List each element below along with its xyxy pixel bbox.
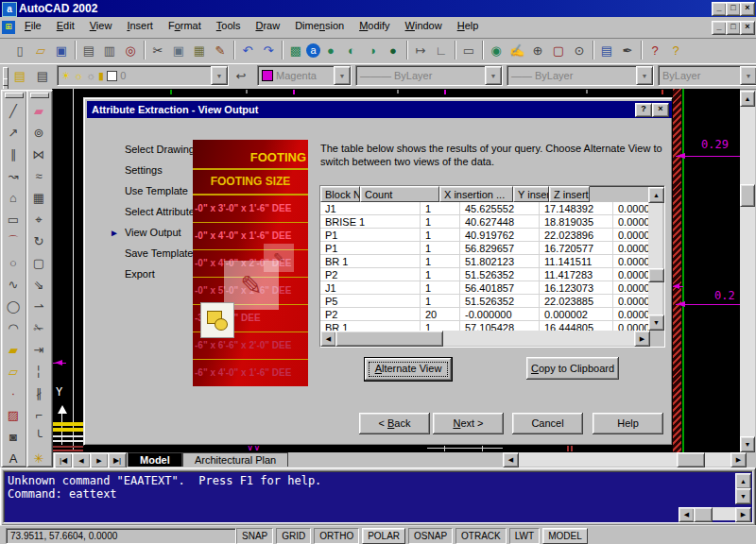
plotstyle-select[interactable]: ByLayer ▼ [658,65,756,86]
lengthen-icon[interactable]: ⇀ [27,296,50,317]
array-icon[interactable]: ▦ [27,187,50,209]
polygon-icon[interactable]: ⌂ [2,187,25,209]
next-button[interactable]: Next > [433,413,504,434]
make-object-layer-icon[interactable]: ▤ [9,65,30,86]
scrollbar-thumb[interactable] [677,452,705,468]
construction-line-icon[interactable]: ↗ [2,122,25,144]
publish-to-web-icon[interactable]: ◐ [341,40,362,60]
table-row[interactable]: P2 20 -0.000000 0.000002 0.0000 [320,308,649,321]
dialog-titlebar[interactable]: Attribute Extraction - View Output ? × [87,101,672,118]
table-row[interactable]: J1 1 56.401857 16.123073 0.0000 [320,281,649,295]
drawing-hscrollbar[interactable]: ◀ ▶ [503,452,747,467]
toolbar-grip[interactable] [30,93,49,98]
lineweight-dropdown-button[interactable]: ▼ [636,66,653,85]
help-icon[interactable]: ? [644,40,665,60]
table-row[interactable]: BR 1 1 51.802123 11.141511 0.0000 [320,255,649,268]
alternate-view-button[interactable]: Alternate View [364,357,453,382]
scroll-right-button[interactable]: ▶ [634,331,650,347]
restore-button[interactable]: □ [726,2,741,16]
fillet-icon[interactable]: ╰ [27,426,50,448]
command-prompt[interactable]: Command: eattext [8,487,117,501]
chamfer-icon[interactable]: ⌐ [27,404,50,426]
lineweight-select[interactable]: —— ByLayer ▼ [507,65,654,86]
ellipse-arc-icon[interactable]: ◠ [2,317,25,339]
distance-icon[interactable]: ↦ [410,40,431,60]
scroll-down-button[interactable]: ▼ [648,314,664,331]
coordinates-readout[interactable]: 73.9511, 57.6604, 0.0000 [6,528,236,544]
toggle-otrack[interactable]: OTRACK [455,528,507,544]
table-row[interactable]: P1 1 40.919762 22.023896 0.0000 [320,229,649,242]
layer-manager-icon[interactable]: ▤ [32,65,53,86]
color-dropdown-button[interactable]: ▼ [334,66,351,85]
command-hscrollbar[interactable]: ◀ ▶ [679,507,749,520]
menu-file[interactable]: File [17,17,49,34]
scroll-down-button[interactable]: ▼ [740,436,755,452]
menu-tools[interactable]: Tools [209,17,249,34]
rotate-icon[interactable]: ↻ [27,230,50,252]
polyline-icon[interactable]: ↝ [2,165,25,187]
erase-icon[interactable]: ▰ [27,100,50,122]
mirror-icon[interactable]: ⋈ [27,144,50,165]
spline-icon[interactable]: ∿ [2,274,25,296]
minimize-button[interactable]: _ [712,2,727,16]
explode-icon[interactable]: ✳ [27,448,50,469]
region-icon[interactable]: ◙ [2,426,25,448]
tab-prev-button[interactable]: ◀ [72,452,91,468]
circle-icon[interactable]: ○ [2,252,25,274]
table-row[interactable]: P5 1 51.526352 22.023885 0.0000 [320,295,649,308]
etransmit-icon[interactable]: ● [320,40,341,60]
copy-to-clipboard-button[interactable]: Copy to Clipboard [526,357,619,380]
menu-help[interactable]: Help [450,17,487,34]
open-icon[interactable]: ▱ [30,40,51,60]
offset-icon[interactable]: ≈ [27,165,50,187]
autodesk-point-a-icon[interactable]: a [306,43,320,58]
ucs-icon[interactable]: ∟ [431,40,452,60]
mdi-restore-button[interactable]: □ [726,21,741,35]
print-icon[interactable]: ▤ [78,40,99,60]
match-properties-icon[interactable]: ✎ [210,40,231,60]
stretch-icon[interactable]: ⇘ [27,274,50,296]
scroll-up-button[interactable]: ▲ [735,473,751,489]
insert-block-icon[interactable]: ▰ [2,339,25,361]
scroll-left-button[interactable]: ◀ [320,331,336,347]
toolbar-grip[interactable] [3,67,9,86]
back-button[interactable]: < Back [359,413,430,434]
point-icon[interactable]: ∙ [2,382,25,404]
cancel-button[interactable]: Cancel [512,413,583,434]
trim-icon[interactable]: ✁ [27,317,50,339]
print-preview-icon[interactable]: ▥ [99,40,120,60]
menu-insert[interactable]: Insert [119,17,161,34]
table-row[interactable]: BRISE 1 1 40.627448 18.819035 0.0000 [320,215,649,229]
active-assistance-icon[interactable]: ? [665,40,686,60]
scroll-right-button[interactable]: ▶ [730,452,747,468]
dialog-help-button[interactable]: ? [635,103,652,117]
break-icon[interactable]: ∦ [27,382,50,404]
table-row[interactable]: P2 1 51.526352 11.417283 0.0000 [320,268,649,281]
save-icon[interactable]: ▣ [51,40,72,60]
cut-icon[interactable]: ✂ [147,40,168,60]
paste-icon[interactable]: ▦ [189,40,210,60]
scroll-left-button[interactable]: ◀ [503,452,519,468]
color-select[interactable]: Magenta ▼ [257,65,352,86]
table-row[interactable]: J1 1 45.625552 17.148392 0.0000 [320,202,649,215]
layer-previous-icon[interactable]: ↩ [231,65,251,86]
table-header-cell[interactable]: Y insertion ... [513,186,549,202]
mdi-minimize-button[interactable]: _ [712,21,727,35]
pan-icon[interactable]: ✍ [507,40,527,60]
toolbar-grip[interactable] [5,93,24,98]
copy-icon[interactable]: ▣ [168,40,189,60]
zoom-previous-icon[interactable]: ⊙ [569,40,590,60]
insert-hyperlink-icon[interactable]: ▩ [285,40,306,60]
table-header-cell[interactable]: Block Name [320,186,360,202]
tab-architectural-plan[interactable]: Architectural Plan [182,452,288,467]
plotstyle-dropdown-button[interactable]: ▼ [740,66,756,85]
multiline-icon[interactable]: ∥ [2,144,25,165]
copy-object-icon[interactable]: ⊚ [27,122,50,144]
close-button[interactable]: × [740,2,755,16]
table-header-cell[interactable]: X insertion ... [439,186,513,202]
mdi-close-button[interactable]: × [740,21,755,35]
zoom-realtime-icon[interactable]: ⊕ [527,40,548,60]
menu-format[interactable]: Format [161,17,209,34]
hatch-icon[interactable]: ▨ [2,404,25,426]
menu-dimension[interactable]: Dimension [287,17,352,34]
